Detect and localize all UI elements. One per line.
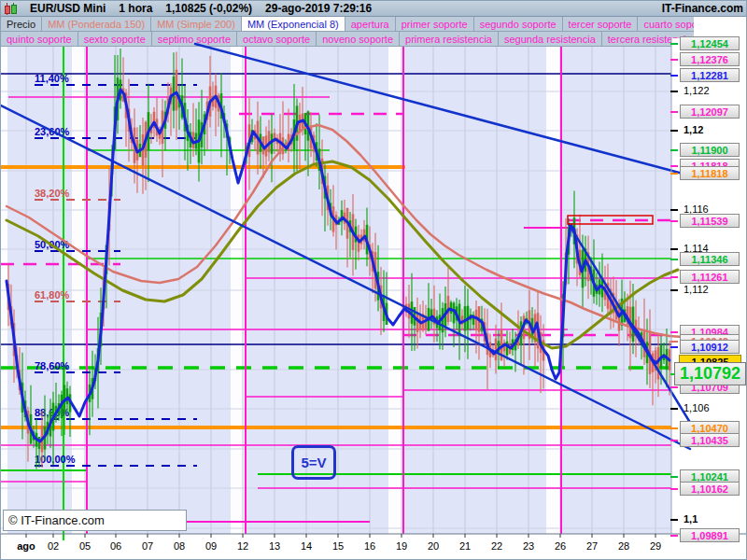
x-axis-label: 05: [79, 540, 91, 552]
x-axis-label: 27: [586, 540, 598, 552]
price-chart-canvas[interactable]: 11,40%23,60%38,20%50,00%61,80%78,60%88,6…: [1, 1, 747, 560]
x-axis-label: 22: [491, 540, 502, 552]
x-axis-label: 08: [174, 540, 185, 552]
x-axis-label: 29: [650, 540, 661, 552]
x-axis-label: 16: [364, 540, 375, 552]
x-axis-label: 14: [301, 540, 312, 552]
x-axis-label: 28: [618, 540, 629, 552]
elliott-wave-annotation[interactable]: 5=V: [291, 445, 336, 480]
fib-level-label: 61,80%: [35, 289, 70, 301]
x-axis-label: 13: [269, 540, 280, 552]
x-axis-label: 15: [332, 540, 344, 552]
trading-chart-window: EUR/USD Mini 1 hora 1,10825 (-0,02%) 29-…: [0, 0, 747, 560]
fib-level-label: 38,20%: [35, 188, 70, 199]
x-axis-label: 07: [142, 540, 153, 552]
x-axis-label: 20: [428, 540, 439, 552]
copyright-watermark: © IT-Finance.com: [3, 510, 187, 531]
x-axis-label: 12: [237, 540, 248, 552]
fib-level-label: 11,40%: [35, 73, 69, 84]
fib-level-label: 100,00%: [35, 454, 76, 465]
x-axis-label: 21: [459, 540, 471, 552]
x-axis-label: ago: [17, 540, 35, 552]
x-axis-label: 09: [205, 540, 217, 552]
x-axis-label: 26: [555, 540, 566, 552]
x-axis-label: 02: [48, 540, 59, 552]
x-axis-label: 06: [110, 540, 121, 552]
x-axis-label: 23: [523, 540, 534, 552]
x-axis-label: 19: [396, 540, 407, 552]
